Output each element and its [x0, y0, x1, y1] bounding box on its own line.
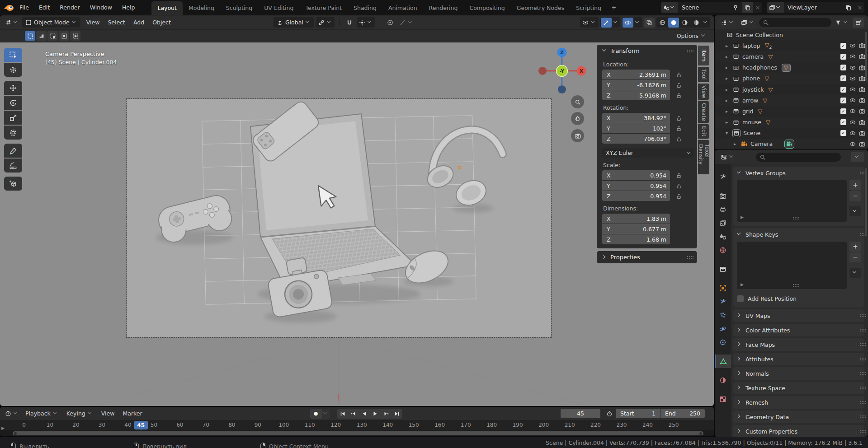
- select-difference-button[interactable]: [59, 31, 69, 41]
- lock-open-icon[interactable]: [676, 136, 682, 142]
- disable-render-toggle[interactable]: [859, 141, 865, 147]
- object-visibility-selector[interactable]: [580, 17, 599, 28]
- current-frame-badge[interactable]: 45: [134, 421, 148, 429]
- sidebar-tab-item[interactable]: Item: [698, 46, 709, 65]
- panel-header-attributes[interactable]: Attributes: [737, 353, 861, 365]
- tool-move-button[interactable]: [4, 81, 22, 95]
- auto-keying-toggle[interactable]: ●: [310, 409, 322, 419]
- play-reverse-button[interactable]: [359, 409, 370, 419]
- timeline-scrollbar[interactable]: [13, 431, 703, 435]
- add-workspace-button[interactable]: +: [607, 1, 621, 14]
- panel-grip[interactable]: [860, 430, 861, 431]
- transform-panel-header[interactable]: Transform: [602, 45, 694, 57]
- select-extend-button[interactable]: [36, 31, 47, 41]
- lock-open-icon[interactable]: [676, 115, 682, 121]
- visibility-checkbox[interactable]: ✓: [840, 108, 846, 114]
- disclosure-triangle-icon[interactable]: ▸: [726, 98, 733, 103]
- new-viewlayer-icon[interactable]: [845, 5, 852, 11]
- panel-header-geometry-data[interactable]: Geometry Data: [737, 411, 861, 423]
- vertex-groups-list[interactable]: ▶: [737, 180, 847, 222]
- delete-scene-button[interactable]: [753, 2, 762, 13]
- tool-annotate-button[interactable]: [4, 144, 22, 158]
- properties-tab-physics[interactable]: [715, 322, 731, 336]
- workspace-tab-scripting[interactable]: Scripting: [570, 1, 607, 15]
- outliner-row-laptop[interactable]: ▸laptop▽2✓: [715, 40, 868, 51]
- transform-field-dimensions-x[interactable]: X1.83 m: [602, 214, 670, 224]
- outliner-row-headphones[interactable]: ▸headphones▽✓: [715, 62, 868, 73]
- lock-open-icon[interactable]: [676, 173, 682, 178]
- timeline-menu-marker[interactable]: Marker: [118, 410, 146, 417]
- panel-header-face-maps[interactable]: Face Maps: [737, 338, 861, 351]
- delete-viewlayer-button[interactable]: [855, 2, 864, 13]
- hide-eye-toggle[interactable]: [849, 42, 856, 49]
- jump-to-start-button[interactable]: [337, 409, 348, 419]
- properties-tab-object[interactable]: [715, 281, 731, 295]
- lock-open-icon[interactable]: [676, 193, 682, 199]
- hide-eye-toggle[interactable]: [849, 97, 856, 103]
- scene-browse-button[interactable]: [661, 2, 678, 13]
- tool-measure-button[interactable]: [4, 159, 22, 173]
- properties-tab-particles[interactable]: [715, 308, 731, 322]
- panel-grip[interactable]: [860, 343, 861, 344]
- outliner-row-grid[interactable]: ▸grid▽✓: [715, 106, 868, 117]
- topbar-menu-file[interactable]: File: [14, 4, 34, 11]
- outliner-scrollbar[interactable]: [865, 32, 867, 81]
- shading-wireframe-button[interactable]: [657, 18, 668, 28]
- panel-header-normals[interactable]: Normals: [737, 367, 861, 380]
- properties-tab-scene[interactable]: [715, 230, 731, 243]
- viewlayer-name[interactable]: ViewLayer: [784, 2, 855, 13]
- gizmos-toggle[interactable]: [601, 18, 612, 28]
- properties-subpanel-header[interactable]: Properties: [602, 251, 694, 263]
- lock-open-icon[interactable]: [676, 126, 682, 131]
- workspace-tab-geometry-nodes[interactable]: Geometry Nodes: [511, 1, 570, 15]
- outliner-filter-mode[interactable]: [739, 17, 757, 28]
- timeline-expander-icon[interactable]: ▶: [1, 426, 5, 430]
- panel-grip[interactable]: [860, 415, 861, 416]
- navigation-gizmo[interactable]: X Z -Y: [533, 46, 597, 96]
- play-button[interactable]: [370, 409, 381, 419]
- proportional-falloff-selector[interactable]: [397, 17, 416, 28]
- gizmo-neg-z[interactable]: [558, 85, 566, 93]
- disclosure-triangle-icon[interactable]: ▸: [726, 43, 733, 48]
- xray-toggle[interactable]: [644, 18, 655, 28]
- workspace-tab-compositing[interactable]: Compositing: [463, 1, 510, 15]
- tool-scale-button[interactable]: [4, 111, 22, 125]
- visibility-checkbox[interactable]: ✓: [840, 65, 846, 70]
- sidebar-tab-texel-density[interactable]: Texel Density: [698, 140, 709, 174]
- rotation-mode-selector[interactable]: XYZ Euler: [602, 148, 694, 158]
- timeline-ruler[interactable]: 45 0102030405060708090100110120130140150…: [0, 420, 714, 430]
- disable-render-toggle[interactable]: [859, 119, 865, 126]
- properties-tab-output[interactable]: [715, 203, 731, 216]
- transform-field-location-y[interactable]: Y-6.1626 m: [602, 80, 670, 90]
- hide-eye-toggle[interactable]: [849, 119, 856, 126]
- tool-rotate-button[interactable]: [4, 96, 22, 110]
- lock-open-icon[interactable]: [676, 82, 682, 88]
- outliner-display-mode[interactable]: [718, 17, 737, 28]
- viewport-menu-select[interactable]: Select: [104, 19, 129, 26]
- transform-field-scale-x[interactable]: X0.954: [602, 170, 670, 180]
- disable-render-toggle[interactable]: [859, 97, 865, 103]
- transform-field-location-z[interactable]: Z5.9168 m: [602, 90, 670, 100]
- workspace-tab-layout[interactable]: Layout: [151, 1, 183, 15]
- transform-field-scale-z[interactable]: Z0.954: [602, 191, 670, 201]
- outliner-row-mouse[interactable]: ▸mouse▽✓: [715, 117, 868, 128]
- outliner-row-scene[interactable]: ▾Scene✓: [715, 128, 868, 139]
- properties-editor-type[interactable]: [718, 152, 737, 162]
- panel-grip[interactable]: [687, 50, 688, 51]
- scene-selector[interactable]: Scene: [661, 2, 762, 13]
- tool-transform-button[interactable]: [4, 126, 22, 140]
- timeline-menu-keying[interactable]: Keying: [62, 410, 97, 417]
- outliner-row-phone[interactable]: ▸phone▽✓: [715, 73, 868, 84]
- transform-field-dimensions-y[interactable]: Y0.677 m: [602, 224, 670, 234]
- topbar-menu-help[interactable]: Help: [117, 4, 140, 11]
- auto-keying-dropdown[interactable]: [322, 409, 330, 419]
- prev-keyframe-button[interactable]: [348, 409, 359, 419]
- mode-selector[interactable]: Object Mode: [22, 17, 80, 28]
- panel-grip[interactable]: [860, 172, 861, 173]
- visibility-checkbox[interactable]: ✓: [840, 75, 846, 81]
- remove-shape-key-button[interactable]: [849, 252, 861, 262]
- workspace-tab-uv-editing[interactable]: UV Editing: [258, 1, 299, 15]
- timeline-menu-view[interactable]: View: [97, 410, 119, 417]
- tool-add-cube-button[interactable]: [4, 177, 22, 191]
- scene-name[interactable]: Scene: [678, 2, 742, 13]
